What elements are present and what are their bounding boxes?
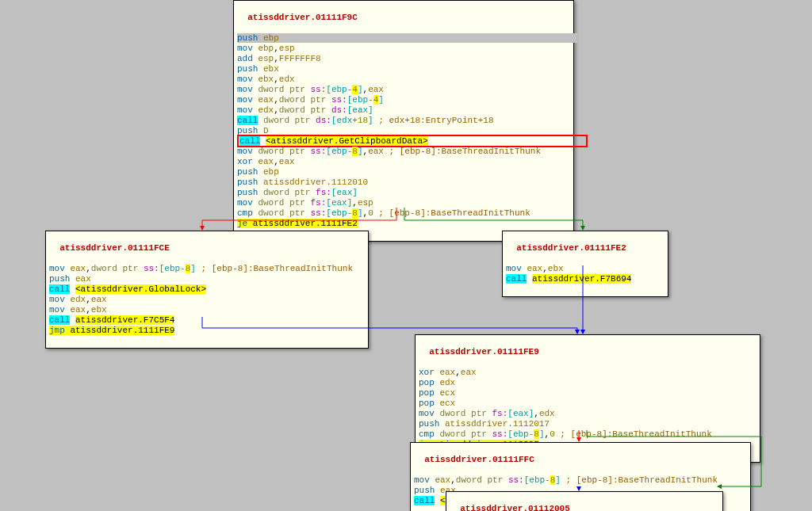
block-title: atissddriver.01111FCE xyxy=(59,243,170,253)
asm-line: push atissddriver.1112017 xyxy=(419,419,756,429)
asm-line: call atissddriver.F7C5F4 xyxy=(49,315,365,326)
asm-line: call atissddriver.F7B694 xyxy=(506,274,665,284)
asm-line: xor eax,eax xyxy=(419,368,756,378)
asm-line: push ebp xyxy=(237,33,570,44)
asm-line: mov dword ptr ss:[ebp-8],eax ; [ebp-8]:B… xyxy=(237,147,570,157)
asm-line: call <atissddriver.GetClipboardData> xyxy=(237,136,570,147)
asm-line: mov eax,dword ptr ss:[ebp-8] ; [ebp-8]:B… xyxy=(414,475,747,486)
asm-line: pop edx xyxy=(419,378,756,388)
asm-line: mov eax,ebx xyxy=(49,305,365,315)
block-01112005[interactable]: atissddriver.01112005 mov eax,dword ptr … xyxy=(446,491,723,511)
block-01111FE2[interactable]: atissddriver.01111FE2 mov eax,ebxcall at… xyxy=(502,231,668,297)
asm-line: mov dword ptr ss:[ebp-4],eax xyxy=(237,85,570,95)
asm-line: mov ebx,edx xyxy=(237,74,570,85)
asm-line: mov edx,eax xyxy=(49,295,365,305)
asm-line: push eax xyxy=(49,274,365,284)
block-title: atissddriver.01112005 xyxy=(460,504,570,511)
block-title: atissddriver.01111FFC xyxy=(424,455,534,464)
block-title: atissddriver.01111F9C xyxy=(247,13,358,22)
asm-line: pop ecx xyxy=(419,388,756,399)
asm-line: push atissddriver.1112010 xyxy=(237,177,570,188)
asm-line: push dword ptr fs:[eax] xyxy=(237,188,570,198)
asm-line: mov eax,ebx xyxy=(506,264,665,274)
asm-line: jmp atissddriver.1111FE9 xyxy=(49,326,365,336)
asm-line: call <atissddriver.GlobalLock> xyxy=(49,284,365,295)
block-title: atissddriver.01111FE2 xyxy=(516,243,626,253)
asm-line: mov eax,dword ptr ss:[ebp-4] xyxy=(237,95,570,105)
asm-line: cmp dword ptr ss:[ebp-8],0 ; [ebp-8]:Bas… xyxy=(237,208,570,219)
asm-line: push ebp xyxy=(237,167,570,177)
asm-line: mov dword ptr fs:[eax],edx xyxy=(419,409,756,419)
asm-line: mov edx,dword ptr ds:[eax] xyxy=(237,105,570,116)
asm-line: je atissddriver.1111FE2 xyxy=(237,219,570,229)
asm-line: cmp dword ptr ss:[ebp-8],0 ; [ebp-8]:Bas… xyxy=(419,429,756,440)
asm-line: xor eax,eax xyxy=(237,157,570,167)
asm-line: mov eax,dword ptr ss:[ebp-8] ; [ebp-8]:B… xyxy=(49,264,365,274)
block-body: mov eax,dword ptr ss:[ebp-8] ; [ebp-8]:B… xyxy=(49,264,365,336)
block-body: mov eax,ebxcall atissddriver.F7B694 xyxy=(506,264,665,284)
asm-line: pop ecx xyxy=(419,399,756,409)
asm-line: mov dword ptr fs:[eax],esp xyxy=(237,198,570,208)
block-body: push ebp mov ebp,espadd esp,FFFFFFF8push… xyxy=(237,33,570,229)
asm-line: mov ebp,esp xyxy=(237,44,570,54)
block-body: xor eax,eaxpop edxpop ecxpop ecxmov dwor… xyxy=(419,368,756,450)
asm-line: push ebx xyxy=(237,64,570,74)
asm-line: add esp,FFFFFFF8 xyxy=(237,54,570,64)
asm-line: call dword ptr ds:[edx+18] ; edx+18:Entr… xyxy=(237,116,570,126)
block-title: atissddriver.01111FE9 xyxy=(429,347,539,357)
block-01111FCE[interactable]: atissddriver.01111FCE mov eax,dword ptr … xyxy=(45,231,369,349)
block-01111F9C[interactable]: atissddriver.01111F9C push ebp mov ebp,e… xyxy=(233,0,574,242)
